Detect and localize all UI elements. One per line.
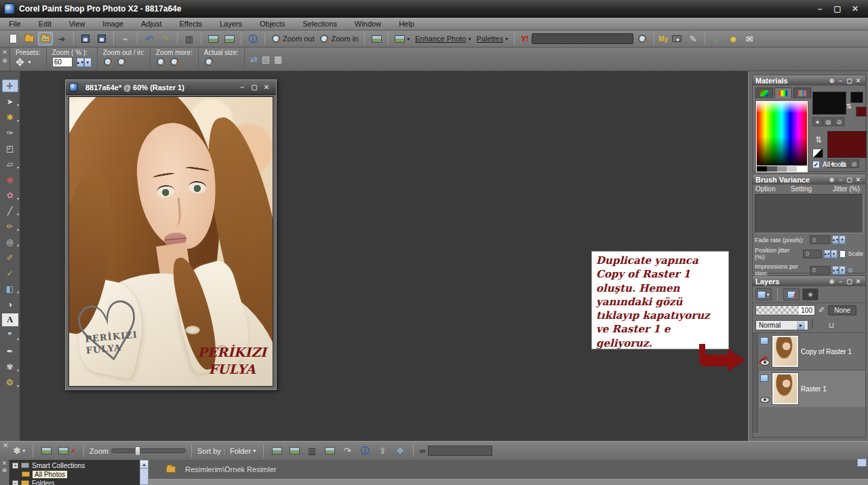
brush-variance-titlebar[interactable]: Brush Variance ⊕ – ▢ ✕ [753,174,865,185]
background-mini-swatch[interactable] [856,106,867,117]
tree-scrollbar[interactable]: ▲ [140,460,149,485]
image-maximize-button[interactable]: ▢ [248,83,260,91]
link-layers-button[interactable] [812,319,825,330]
pin-icon[interactable]: ⊕ [827,278,836,285]
new-image-button[interactable] [5,32,20,45]
zoom-in-tool-icon[interactable] [117,57,126,66]
redo-button[interactable]: ↷ [158,32,173,45]
fg-color-style-icon[interactable]: ● [812,117,823,126]
spinner-dropdown-icon[interactable]: ▾ [839,235,846,244]
pin-icon[interactable]: ⊕ [0,467,9,473]
tree-item-smart-collections[interactable]: + Smart Collections [12,461,140,469]
minimize-icon[interactable]: – [836,176,845,183]
swap-colors-icon[interactable]: ⇅ [815,135,822,144]
text-tool[interactable]: A [2,313,18,326]
paint-brush-tool[interactable]: ✏▾ [2,220,18,233]
yahoo-search-button[interactable] [635,32,650,45]
bg-transparent-icon[interactable]: ⊘ [849,159,859,168]
close-organizer-icon[interactable]: ✕ [3,442,8,449]
delete-image-button[interactable]: ✗ [56,444,78,458]
palettes-button[interactable]: Palettes▾ [474,32,510,45]
art-media-tool[interactable]: ❂▾ [2,376,18,389]
dark-gray-swatch[interactable] [767,166,777,172]
paste-button[interactable] [222,32,237,45]
clone-brush-tool[interactable]: ◎▾ [2,235,18,248]
exchange-icon[interactable]: ⇄ [250,55,258,64]
slider-thumb[interactable] [135,446,140,456]
spinner-up-down-icon[interactable]: ▲▼ [77,58,84,67]
menu-edit[interactable]: Edit [30,18,60,29]
my-yahoo-button[interactable]: My [658,35,668,43]
music-button[interactable]: ♪ [709,32,724,45]
share-photo-button[interactable] [269,444,284,458]
menu-objects[interactable]: Objects [251,18,294,29]
image-window[interactable]: 8817a64e* @ 60% (Raster 1) – ▢ ✕ ♡ PERİK… [65,79,277,390]
find-input[interactable] [428,446,492,456]
magic-wand-tool[interactable]: ✱▾ [2,111,18,123]
new-layer-button[interactable]: ▾ [755,288,772,300]
visibility-on-icon[interactable] [760,397,770,403]
maximize-icon[interactable]: ▢ [845,278,854,285]
fg-transparent-icon[interactable]: ⊘ [834,117,844,126]
pan-tool[interactable]: ✛▾ [2,79,18,92]
menu-help[interactable]: Help [390,18,423,29]
brush-variance-list[interactable] [755,194,863,233]
foreground-mini-swatch[interactable] [850,92,863,103]
open-button[interactable] [22,32,37,45]
menu-layers[interactable]: Layers [211,18,251,29]
corner-scroll-box[interactable] [857,459,867,467]
email-photo-button[interactable] [287,444,302,458]
menu-adjust[interactable]: Adjust [132,18,171,29]
print-layout-button[interactable] [322,444,337,458]
airbrush-tool[interactable]: ✾▾ [2,360,18,373]
layers-titlebar[interactable]: Layers ⊕ – ▢ ✕ [753,276,865,286]
image-information-button[interactable]: ⓘ [245,32,260,45]
menu-window[interactable]: Window [346,18,390,29]
zoom-more-out-icon[interactable] [156,57,165,66]
straighten-tool[interactable]: ╱▾ [2,204,18,217]
materials-titlebar[interactable]: Materials ⊕ – ▢ ✕ [753,75,865,85]
actual-size-icon[interactable] [204,57,214,66]
export-button[interactable]: ➜ [54,32,69,45]
visibility-off-icon[interactable] [760,360,770,366]
dual-view-button[interactable]: ▾ [393,32,412,45]
maximize-icon[interactable]: ▢ [845,77,854,84]
pin-icon[interactable]: ⊕ [827,176,836,183]
zoom-out-button[interactable]: Zoom out [269,32,316,45]
zoom-in-button[interactable]: Zoom in [317,32,360,45]
swap-mini-colors-icon[interactable]: ⇅ [846,102,852,110]
minimize-button[interactable]: – [811,4,829,14]
collapse-icon[interactable]: − [12,480,18,485]
crop-tool[interactable]: ◰ [2,142,18,155]
spinner-up-down-icon[interactable]: ▲▼ [832,266,839,275]
rainbow-tab[interactable] [774,88,792,98]
mail-button[interactable]: ✉ [742,32,757,45]
spinner-dropdown-icon[interactable]: ▾ [84,58,92,67]
layer-row-copy-of-raster-1[interactable]: Copy of Raster 1 [759,333,865,370]
object-remover-tool[interactable]: ✓ [2,267,18,279]
scale-checkbox[interactable] [840,250,846,258]
tree-item-folders[interactable]: − Folders [12,479,140,485]
background-color-swatch[interactable] [827,131,867,158]
thumbnail-zoom-slider[interactable] [111,448,186,453]
zoom-more-in-icon[interactable] [170,57,179,66]
color-changer-tool[interactable]: ◑ [2,298,18,311]
zoom-percent-input[interactable] [52,57,73,67]
menu-effects[interactable]: Effects [171,18,211,29]
close-palette-icon[interactable]: ✕ [2,49,7,56]
black-swatch[interactable] [757,166,767,172]
minimize-icon[interactable]: – [836,77,845,84]
copy-special-button[interactable] [205,32,220,45]
screenshot-setup-button[interactable]: ▥ [182,32,197,45]
gray-swatch[interactable] [777,166,787,172]
twain-acquire-button[interactable]: ⌁ [118,32,133,45]
dropper-tool[interactable]: ✑ [2,126,18,139]
layer-name[interactable]: Copy of Raster 1 [801,348,852,355]
makeover-tool[interactable]: ✿▾ [2,189,18,201]
open-image-button[interactable] [39,444,54,458]
lock-transparency-icon[interactable]: ⊔ [829,321,835,330]
close-icon[interactable]: ✕ [854,176,863,183]
image-info-button[interactable]: ⓘ [357,444,372,458]
light-gray-swatch[interactable] [787,166,797,172]
menu-file[interactable]: File [0,18,30,29]
